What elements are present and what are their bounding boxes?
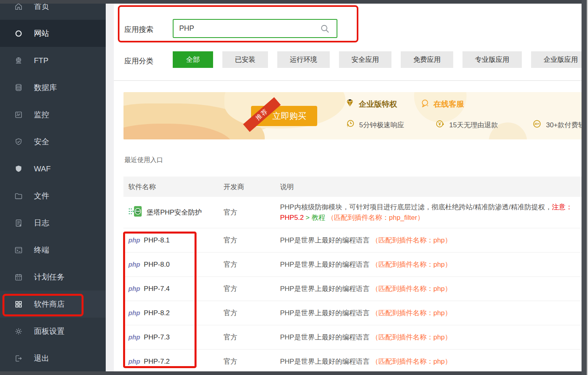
software-name-cell[interactable]: php PHP-7.4 xyxy=(123,285,224,293)
php-logo-icon: php xyxy=(128,285,140,293)
plugin-match-text: （匹配到插件名称：php_filter） xyxy=(327,214,424,221)
sidebar-item-waf[interactable]: WAF xyxy=(0,155,106,182)
search-input[interactable] xyxy=(173,19,337,38)
category-runtime-button[interactable]: 运行环境 xyxy=(277,51,330,68)
sidebar-item-software-store[interactable]: 软件商店 xyxy=(0,291,106,318)
description-line1: PHP内核级防御模块，可针对项目进行底层过滤，彻底杜绝跨站/精准防渗透/精准防提… xyxy=(280,202,588,213)
category-buttons: 全部 已安装 运行环境 安全应用 免费应用 专业版应用 企业版应用 xyxy=(173,51,588,68)
software-name-cell[interactable]: php PHP-8.0 xyxy=(123,261,224,269)
category-pro-apps-button[interactable]: 专业版应用 xyxy=(462,51,522,68)
software-name-cell[interactable]: php PHP-7.2 xyxy=(123,358,224,366)
table-row: php PHP-8.1 官方 PHP是世界上最好的编程语言 （匹配到插件名称：p… xyxy=(123,228,588,253)
sidebar-item-panel-settings[interactable]: 面板设置 xyxy=(0,318,106,345)
yuan-refund-icon xyxy=(435,119,445,131)
logs-icon xyxy=(14,218,23,228)
feature-paid-apps: 30+ 30+款付费软件 xyxy=(532,119,588,131)
description-cell: PHP是世界上最好的编程语言 （匹配到插件名称：php） xyxy=(280,357,588,366)
monitor-icon xyxy=(14,110,23,120)
plugin-match-text: （匹配到插件名称：php） xyxy=(372,261,452,268)
online-support[interactable]: 在线客服 xyxy=(421,99,464,110)
search-icon[interactable] xyxy=(320,23,330,34)
waf-icon xyxy=(14,164,23,174)
sidebar-item-label: 网站 xyxy=(34,28,49,39)
sidebar-menu: 首页 网站 FTP 数据库 监控 xyxy=(0,0,106,372)
vendor-cell: 官方 xyxy=(224,357,280,366)
sidebar-item-logs[interactable]: 日志 xyxy=(0,209,106,236)
software-table: 软件名称 开发商 说明 PHP 堡塔PHP安全防护 官方 PHP内核级防御模块，… xyxy=(123,177,588,374)
category-security-apps-button[interactable]: 安全应用 xyxy=(339,51,391,68)
sidebar-item-label: WAF xyxy=(34,164,51,173)
software-name-cell[interactable]: php PHP-8.1 xyxy=(123,236,224,244)
plugin-match-text: （匹配到插件名称：php） xyxy=(372,236,452,244)
table-row: php PHP-7.3 官方 PHP是世界上最好的编程语言 （匹配到插件名称：p… xyxy=(123,325,588,350)
category-free-apps-button[interactable]: 免费应用 xyxy=(401,51,453,68)
sidebar-item-ftp[interactable]: FTP xyxy=(0,47,106,74)
recent-entry-title: 最近使用入口 xyxy=(124,156,163,164)
php-logo-icon: php xyxy=(128,237,140,244)
feature-fast-response: 5分钟极速响应 xyxy=(345,119,404,131)
vendor-cell: 官方 xyxy=(224,308,280,318)
clock-bolt-icon xyxy=(345,119,355,131)
description-line2: PHP5.2 > 教程 （匹配到插件名称：php_filter） xyxy=(280,213,588,223)
sidebar-item-security[interactable]: 安全 xyxy=(0,128,106,155)
header-software-name: 软件名称 xyxy=(123,182,224,192)
sidebar-item-monitor[interactable]: 监控 xyxy=(0,101,106,128)
frame-bottom-edge xyxy=(0,371,588,375)
frame-top-edge xyxy=(0,0,588,4)
database-icon xyxy=(14,83,23,93)
sidebar-item-cron[interactable]: 计划任务 xyxy=(0,263,106,291)
sidebar-item-files[interactable]: 文件 xyxy=(0,182,106,209)
files-icon xyxy=(14,191,23,201)
plugin-match-text: （匹配到插件名称：php） xyxy=(372,358,452,365)
enterprise-promo-banner: 立即购买 推荐 企业版特权 在线客服 5分钟极速响应 15天无理由退款 30+ … xyxy=(123,92,588,139)
php-logo-icon: php xyxy=(128,261,140,268)
software-name-cell[interactable]: php PHP-7.3 xyxy=(123,333,224,341)
svg-text:PHP: PHP xyxy=(136,210,140,213)
php-logo-icon: php xyxy=(128,334,140,341)
frame-right-edge-bar xyxy=(582,0,587,375)
thirty-plus-icon: 30+ xyxy=(532,119,542,131)
cron-icon xyxy=(14,272,23,282)
vendor-cell: 官方 xyxy=(224,333,280,342)
description-cell: PHP是世界上最好的编程语言 （匹配到插件名称：php） xyxy=(280,333,588,342)
bt-php-shield-icon: PHP xyxy=(128,205,143,219)
sidebar-item-label: 文件 xyxy=(34,191,49,201)
terminal-icon xyxy=(14,245,23,255)
sidebar-item-label: FTP xyxy=(34,56,48,65)
sidebar-item-label: 终端 xyxy=(34,245,49,255)
page-gutter xyxy=(106,0,114,375)
sidebar-item-label: 数据库 xyxy=(34,82,57,93)
section-divider xyxy=(114,80,588,81)
plugin-match-text: （匹配到插件名称：php） xyxy=(372,333,452,341)
category-installed-button[interactable]: 已安装 xyxy=(222,51,268,68)
svg-text:30+: 30+ xyxy=(534,122,540,126)
header-description: 说明 xyxy=(280,182,588,192)
software-name-cell[interactable]: PHP 堡塔PHP安全防护 xyxy=(123,205,224,219)
sidebar-item-label: 计划任务 xyxy=(34,272,65,282)
buy-now-button[interactable]: 立即购买 推荐 xyxy=(251,106,317,126)
sidebar-item-database[interactable]: 数据库 xyxy=(0,74,106,101)
security-icon xyxy=(14,137,23,147)
category-enterprise-apps-button[interactable]: 企业版应用 xyxy=(531,51,588,68)
website-icon xyxy=(14,29,23,38)
tutorial-link[interactable]: > 教程 xyxy=(306,214,325,221)
sidebar-item-logout[interactable]: 退出 xyxy=(0,345,106,372)
appstore-icon xyxy=(14,299,23,309)
category-all-button[interactable]: 全部 xyxy=(173,51,213,68)
sidebar-item-website[interactable]: 网站 xyxy=(0,20,106,47)
feature-refund: 15天无理由退款 xyxy=(435,119,498,131)
vendor-cell: 官方 xyxy=(224,260,280,269)
app-search-label: 应用搜索 xyxy=(124,25,153,34)
vendor-cell: 官方 xyxy=(224,208,280,217)
software-name-cell[interactable]: php PHP-8.2 xyxy=(123,309,224,317)
sidebar-item-label: 退出 xyxy=(34,353,49,364)
chat-icon xyxy=(421,99,430,110)
sidebar-item-label: 软件商店 xyxy=(34,299,65,310)
plugin-match-text: （匹配到插件名称：php） xyxy=(372,285,452,293)
vendor-cell: 官方 xyxy=(224,284,280,293)
settings-icon xyxy=(14,327,23,336)
sidebar: 首页 网站 FTP 数据库 监控 xyxy=(0,0,106,375)
description-cell: PHP是世界上最好的编程语言 （匹配到插件名称：php） xyxy=(280,308,588,318)
sidebar-item-terminal[interactable]: 终端 xyxy=(0,236,106,263)
table-header: 软件名称 开发商 说明 xyxy=(123,177,588,197)
